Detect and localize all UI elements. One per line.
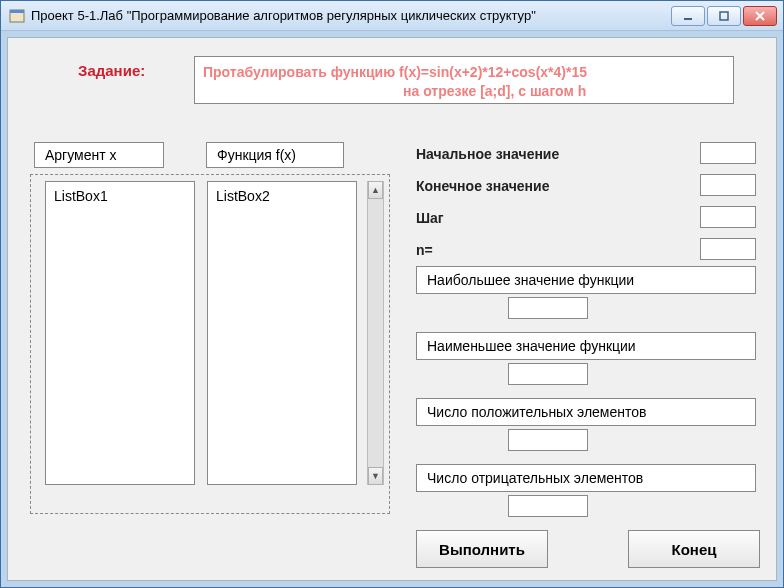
task-label: Задание: xyxy=(78,62,145,79)
start-value-label: Начальное значение xyxy=(416,146,559,162)
min-value-field[interactable] xyxy=(508,363,588,385)
scroll-up-icon[interactable]: ▲ xyxy=(368,181,383,199)
task-line1: Протабулировать функцию f(x)=sin(x+2)*12… xyxy=(203,63,725,82)
window-title: Проект 5-1.Лаб "Программирование алгорит… xyxy=(31,8,671,23)
listbox-panel: ListBox1 ListBox2 ▲ ▼ xyxy=(30,174,390,514)
minimize-button[interactable] xyxy=(671,6,705,26)
step-label: Шаг xyxy=(416,210,444,226)
argument-label: Аргумент x xyxy=(34,142,164,168)
pos-row: Число положительных элементов xyxy=(416,398,756,426)
min-row: Наименьшее значение функции xyxy=(416,332,756,360)
app-icon xyxy=(9,8,25,24)
execute-button-label: Выполнить xyxy=(439,541,525,558)
listbox1-placeholder: ListBox1 xyxy=(54,188,108,204)
neg-label: Число отрицательных элементов xyxy=(427,470,643,486)
end-button-label: Конец xyxy=(672,541,717,558)
client-area: Задание: Протабулировать функцию f(x)=si… xyxy=(7,37,777,581)
maximize-button[interactable] xyxy=(707,6,741,26)
function-label: Функция f(x) xyxy=(206,142,344,168)
min-label: Наименьшее значение функции xyxy=(427,338,636,354)
svg-rect-1 xyxy=(10,10,24,13)
step-input[interactable] xyxy=(700,206,756,228)
end-button[interactable]: Конец xyxy=(628,530,760,568)
execute-button[interactable]: Выполнить xyxy=(416,530,548,568)
task-line2: на отрезке [a;d], с шагом h xyxy=(203,82,725,101)
scroll-down-icon[interactable]: ▼ xyxy=(368,467,383,485)
n-label: n= xyxy=(416,242,433,258)
svg-rect-3 xyxy=(720,12,728,20)
pos-label: Число положительных элементов xyxy=(427,404,647,420)
titlebar: Проект 5-1.Лаб "Программирование алгорит… xyxy=(1,1,783,31)
max-label: Наибольшее значение функции xyxy=(427,272,634,288)
neg-row: Число отрицательных элементов xyxy=(416,464,756,492)
window-buttons xyxy=(671,6,777,26)
end-value-label: Конечное значение xyxy=(416,178,549,194)
scrollbar[interactable]: ▲ ▼ xyxy=(367,181,384,485)
end-value-input[interactable] xyxy=(700,174,756,196)
close-button[interactable] xyxy=(743,6,777,26)
listbox2-placeholder: ListBox2 xyxy=(216,188,270,204)
listbox-function[interactable]: ListBox2 xyxy=(207,181,357,485)
neg-value-field[interactable] xyxy=(508,495,588,517)
max-value-field[interactable] xyxy=(508,297,588,319)
max-row: Наибольшее значение функции xyxy=(416,266,756,294)
start-value-input[interactable] xyxy=(700,142,756,164)
task-description: Протабулировать функцию f(x)=sin(x+2)*12… xyxy=(194,56,734,104)
listbox-argument[interactable]: ListBox1 xyxy=(45,181,195,485)
window-shell: Проект 5-1.Лаб "Программирование алгорит… xyxy=(0,0,784,588)
n-input[interactable] xyxy=(700,238,756,260)
pos-value-field[interactable] xyxy=(508,429,588,451)
